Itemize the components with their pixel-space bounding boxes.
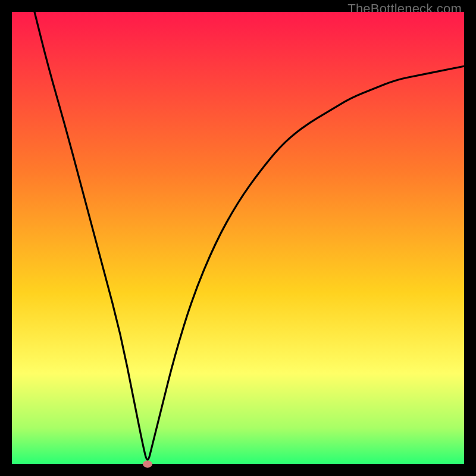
- optimal-marker-icon: [143, 461, 152, 468]
- bottleneck-curve: [35, 12, 464, 459]
- chart-curve-layer: [12, 12, 464, 464]
